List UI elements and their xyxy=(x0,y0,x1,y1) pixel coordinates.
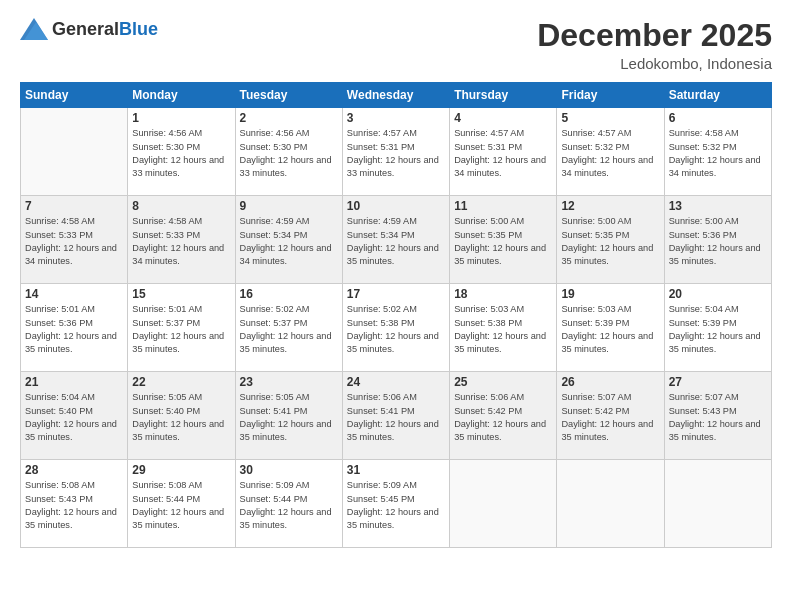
header-tuesday: Tuesday xyxy=(235,83,342,108)
table-row: 6Sunrise: 4:58 AM Sunset: 5:32 PM Daylig… xyxy=(664,108,771,196)
cell-info: Sunrise: 5:06 AM Sunset: 5:42 PM Dayligh… xyxy=(454,391,552,444)
table-row: 19Sunrise: 5:03 AM Sunset: 5:39 PM Dayli… xyxy=(557,284,664,372)
cell-info: Sunrise: 5:03 AM Sunset: 5:38 PM Dayligh… xyxy=(454,303,552,356)
cell-date: 18 xyxy=(454,287,552,301)
cell-date: 9 xyxy=(240,199,338,213)
title-block: December 2025 Ledokombo, Indonesia xyxy=(537,18,772,72)
cell-date: 23 xyxy=(240,375,338,389)
location-subtitle: Ledokombo, Indonesia xyxy=(537,55,772,72)
cell-info: Sunrise: 5:04 AM Sunset: 5:39 PM Dayligh… xyxy=(669,303,767,356)
cell-info: Sunrise: 4:57 AM Sunset: 5:31 PM Dayligh… xyxy=(454,127,552,180)
table-row: 8Sunrise: 4:58 AM Sunset: 5:33 PM Daylig… xyxy=(128,196,235,284)
cell-date: 20 xyxy=(669,287,767,301)
cell-info: Sunrise: 5:00 AM Sunset: 5:35 PM Dayligh… xyxy=(454,215,552,268)
calendar-table: Sunday Monday Tuesday Wednesday Thursday… xyxy=(20,82,772,548)
calendar-header-row: Sunday Monday Tuesday Wednesday Thursday… xyxy=(21,83,772,108)
cell-info: Sunrise: 5:05 AM Sunset: 5:41 PM Dayligh… xyxy=(240,391,338,444)
header: GeneralBlue December 2025 Ledokombo, Ind… xyxy=(20,18,772,72)
cell-info: Sunrise: 5:02 AM Sunset: 5:37 PM Dayligh… xyxy=(240,303,338,356)
cell-info: Sunrise: 5:00 AM Sunset: 5:35 PM Dayligh… xyxy=(561,215,659,268)
table-row: 4Sunrise: 4:57 AM Sunset: 5:31 PM Daylig… xyxy=(450,108,557,196)
header-thursday: Thursday xyxy=(450,83,557,108)
cell-date: 7 xyxy=(25,199,123,213)
table-row: 28Sunrise: 5:08 AM Sunset: 5:43 PM Dayli… xyxy=(21,460,128,548)
cell-info: Sunrise: 4:58 AM Sunset: 5:32 PM Dayligh… xyxy=(669,127,767,180)
cell-info: Sunrise: 5:08 AM Sunset: 5:44 PM Dayligh… xyxy=(132,479,230,532)
cell-date: 5 xyxy=(561,111,659,125)
table-row: 26Sunrise: 5:07 AM Sunset: 5:42 PM Dayli… xyxy=(557,372,664,460)
table-row: 5Sunrise: 4:57 AM Sunset: 5:32 PM Daylig… xyxy=(557,108,664,196)
cell-info: Sunrise: 4:58 AM Sunset: 5:33 PM Dayligh… xyxy=(132,215,230,268)
cell-info: Sunrise: 5:01 AM Sunset: 5:37 PM Dayligh… xyxy=(132,303,230,356)
cell-info: Sunrise: 4:59 AM Sunset: 5:34 PM Dayligh… xyxy=(347,215,445,268)
cell-info: Sunrise: 4:58 AM Sunset: 5:33 PM Dayligh… xyxy=(25,215,123,268)
cell-info: Sunrise: 5:08 AM Sunset: 5:43 PM Dayligh… xyxy=(25,479,123,532)
calendar-week-row: 7Sunrise: 4:58 AM Sunset: 5:33 PM Daylig… xyxy=(21,196,772,284)
table-row: 3Sunrise: 4:57 AM Sunset: 5:31 PM Daylig… xyxy=(342,108,449,196)
cell-date: 8 xyxy=(132,199,230,213)
table-row: 12Sunrise: 5:00 AM Sunset: 5:35 PM Dayli… xyxy=(557,196,664,284)
cell-date: 15 xyxy=(132,287,230,301)
header-saturday: Saturday xyxy=(664,83,771,108)
cell-date: 16 xyxy=(240,287,338,301)
cell-date: 27 xyxy=(669,375,767,389)
logo-icon xyxy=(20,18,48,40)
table-row: 20Sunrise: 5:04 AM Sunset: 5:39 PM Dayli… xyxy=(664,284,771,372)
cell-date: 11 xyxy=(454,199,552,213)
cell-info: Sunrise: 5:03 AM Sunset: 5:39 PM Dayligh… xyxy=(561,303,659,356)
calendar-week-row: 28Sunrise: 5:08 AM Sunset: 5:43 PM Dayli… xyxy=(21,460,772,548)
cell-info: Sunrise: 4:59 AM Sunset: 5:34 PM Dayligh… xyxy=(240,215,338,268)
cell-info: Sunrise: 4:56 AM Sunset: 5:30 PM Dayligh… xyxy=(240,127,338,180)
calendar-week-row: 14Sunrise: 5:01 AM Sunset: 5:36 PM Dayli… xyxy=(21,284,772,372)
table-row: 25Sunrise: 5:06 AM Sunset: 5:42 PM Dayli… xyxy=(450,372,557,460)
table-row: 7Sunrise: 4:58 AM Sunset: 5:33 PM Daylig… xyxy=(21,196,128,284)
table-row xyxy=(664,460,771,548)
table-row: 15Sunrise: 5:01 AM Sunset: 5:37 PM Dayli… xyxy=(128,284,235,372)
cell-date: 14 xyxy=(25,287,123,301)
cell-info: Sunrise: 5:07 AM Sunset: 5:43 PM Dayligh… xyxy=(669,391,767,444)
cell-date: 31 xyxy=(347,463,445,477)
cell-info: Sunrise: 5:09 AM Sunset: 5:44 PM Dayligh… xyxy=(240,479,338,532)
table-row: 9Sunrise: 4:59 AM Sunset: 5:34 PM Daylig… xyxy=(235,196,342,284)
cell-date: 1 xyxy=(132,111,230,125)
month-title: December 2025 xyxy=(537,18,772,53)
calendar-week-row: 21Sunrise: 5:04 AM Sunset: 5:40 PM Dayli… xyxy=(21,372,772,460)
cell-info: Sunrise: 4:57 AM Sunset: 5:32 PM Dayligh… xyxy=(561,127,659,180)
table-row: 14Sunrise: 5:01 AM Sunset: 5:36 PM Dayli… xyxy=(21,284,128,372)
header-friday: Friday xyxy=(557,83,664,108)
table-row: 2Sunrise: 4:56 AM Sunset: 5:30 PM Daylig… xyxy=(235,108,342,196)
table-row: 10Sunrise: 4:59 AM Sunset: 5:34 PM Dayli… xyxy=(342,196,449,284)
cell-date: 6 xyxy=(669,111,767,125)
table-row: 17Sunrise: 5:02 AM Sunset: 5:38 PM Dayli… xyxy=(342,284,449,372)
cell-date: 25 xyxy=(454,375,552,389)
cell-date: 28 xyxy=(25,463,123,477)
cell-date: 26 xyxy=(561,375,659,389)
table-row: 30Sunrise: 5:09 AM Sunset: 5:44 PM Dayli… xyxy=(235,460,342,548)
cell-date: 4 xyxy=(454,111,552,125)
cell-info: Sunrise: 4:56 AM Sunset: 5:30 PM Dayligh… xyxy=(132,127,230,180)
logo: GeneralBlue xyxy=(20,18,158,40)
cell-date: 3 xyxy=(347,111,445,125)
cell-date: 30 xyxy=(240,463,338,477)
cell-date: 13 xyxy=(669,199,767,213)
table-row xyxy=(557,460,664,548)
table-row: 18Sunrise: 5:03 AM Sunset: 5:38 PM Dayli… xyxy=(450,284,557,372)
cell-date: 21 xyxy=(25,375,123,389)
cell-info: Sunrise: 5:05 AM Sunset: 5:40 PM Dayligh… xyxy=(132,391,230,444)
table-row: 31Sunrise: 5:09 AM Sunset: 5:45 PM Dayli… xyxy=(342,460,449,548)
page: GeneralBlue December 2025 Ledokombo, Ind… xyxy=(0,0,792,612)
table-row: 16Sunrise: 5:02 AM Sunset: 5:37 PM Dayli… xyxy=(235,284,342,372)
logo-text: GeneralBlue xyxy=(52,20,158,39)
header-wednesday: Wednesday xyxy=(342,83,449,108)
cell-info: Sunrise: 5:09 AM Sunset: 5:45 PM Dayligh… xyxy=(347,479,445,532)
table-row xyxy=(21,108,128,196)
cell-date: 2 xyxy=(240,111,338,125)
cell-info: Sunrise: 5:04 AM Sunset: 5:40 PM Dayligh… xyxy=(25,391,123,444)
cell-date: 17 xyxy=(347,287,445,301)
table-row: 21Sunrise: 5:04 AM Sunset: 5:40 PM Dayli… xyxy=(21,372,128,460)
table-row: 22Sunrise: 5:05 AM Sunset: 5:40 PM Dayli… xyxy=(128,372,235,460)
cell-info: Sunrise: 5:07 AM Sunset: 5:42 PM Dayligh… xyxy=(561,391,659,444)
table-row: 23Sunrise: 5:05 AM Sunset: 5:41 PM Dayli… xyxy=(235,372,342,460)
cell-date: 24 xyxy=(347,375,445,389)
table-row: 1Sunrise: 4:56 AM Sunset: 5:30 PM Daylig… xyxy=(128,108,235,196)
